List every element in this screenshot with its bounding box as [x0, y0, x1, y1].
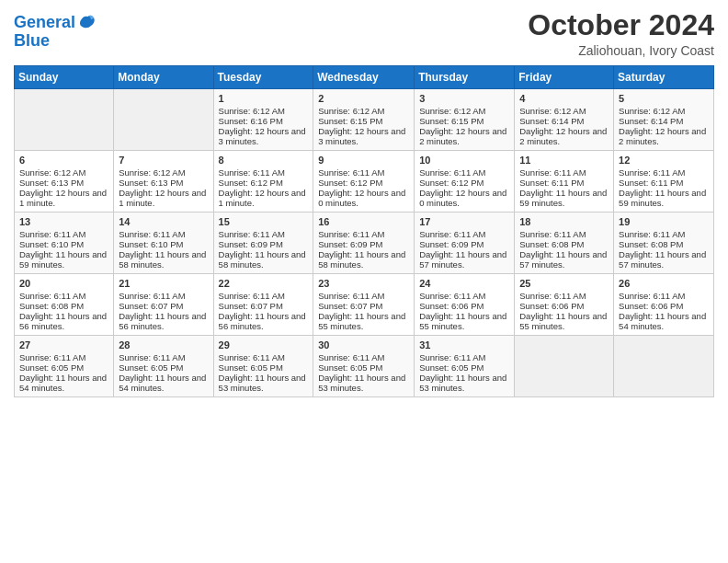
sunrise-text: Sunrise: 6:11 AM [219, 352, 309, 362]
sunset-text: Sunset: 6:07 PM [219, 301, 309, 311]
day-number: 3 [419, 93, 509, 104]
calendar-cell: 29Sunrise: 6:11 AMSunset: 6:05 PMDayligh… [213, 336, 313, 397]
daylight-text: Daylight: 11 hours and 58 minutes. [119, 249, 208, 270]
col-header-monday: Monday [114, 66, 213, 89]
day-number: 9 [318, 155, 409, 166]
day-number: 31 [419, 339, 509, 350]
daylight-text: Daylight: 12 hours and 3 minutes. [219, 126, 309, 146]
day-number: 23 [318, 278, 409, 289]
day-number: 12 [619, 155, 709, 166]
daylight-text: Daylight: 12 hours and 0 minutes. [419, 188, 509, 208]
sunset-text: Sunset: 6:09 PM [219, 239, 309, 249]
sunset-text: Sunset: 6:05 PM [119, 362, 208, 373]
page-header: General Blue October 2024 Zaliohouan, Iv… [14, 9, 714, 58]
sunrise-text: Sunrise: 6:11 AM [519, 229, 609, 239]
day-number: 25 [519, 278, 609, 289]
header-row: SundayMondayTuesdayWednesdayThursdayFrid… [15, 66, 714, 89]
day-number: 28 [119, 339, 208, 350]
daylight-text: Daylight: 12 hours and 2 minutes. [519, 126, 609, 146]
day-number: 18 [519, 216, 609, 227]
sunrise-text: Sunrise: 6:11 AM [119, 352, 208, 362]
sunset-text: Sunset: 6:15 PM [318, 116, 409, 126]
sunrise-text: Sunrise: 6:11 AM [219, 291, 309, 301]
daylight-text: Daylight: 11 hours and 56 minutes. [219, 311, 309, 331]
daylight-text: Daylight: 11 hours and 54 minutes. [19, 373, 108, 393]
calendar-cell: 30Sunrise: 6:11 AMSunset: 6:05 PMDayligh… [313, 336, 415, 397]
calendar-cell: 20Sunrise: 6:11 AMSunset: 6:08 PMDayligh… [15, 274, 114, 336]
day-number: 24 [419, 278, 509, 289]
daylight-text: Daylight: 11 hours and 53 minutes. [419, 373, 509, 393]
daylight-text: Daylight: 12 hours and 3 minutes. [318, 126, 409, 146]
sunset-text: Sunset: 6:06 PM [619, 301, 709, 311]
sunrise-text: Sunrise: 6:11 AM [519, 291, 609, 301]
sunset-text: Sunset: 6:06 PM [519, 301, 609, 311]
sunrise-text: Sunrise: 6:11 AM [19, 352, 108, 362]
week-row-5: 27Sunrise: 6:11 AMSunset: 6:05 PMDayligh… [15, 336, 714, 397]
calendar-table: SundayMondayTuesdayWednesdayThursdayFrid… [14, 65, 714, 397]
day-number: 22 [219, 278, 309, 289]
day-number: 29 [219, 339, 309, 350]
sunrise-text: Sunrise: 6:11 AM [318, 229, 409, 239]
sunset-text: Sunset: 6:05 PM [419, 362, 509, 373]
sunrise-text: Sunrise: 6:12 AM [519, 106, 609, 116]
col-header-sunday: Sunday [15, 66, 114, 89]
sunrise-text: Sunrise: 6:11 AM [419, 167, 509, 178]
sunset-text: Sunset: 6:08 PM [519, 239, 609, 249]
daylight-text: Daylight: 11 hours and 53 minutes. [318, 373, 409, 393]
day-number: 16 [318, 216, 409, 227]
sunrise-text: Sunrise: 6:12 AM [318, 106, 409, 116]
calendar-cell: 27Sunrise: 6:11 AMSunset: 6:05 PMDayligh… [15, 336, 114, 397]
daylight-text: Daylight: 12 hours and 1 minute. [19, 188, 108, 208]
sunset-text: Sunset: 6:05 PM [19, 362, 108, 373]
calendar-cell: 1Sunrise: 6:12 AMSunset: 6:16 PMDaylight… [213, 89, 313, 151]
calendar-cell: 14Sunrise: 6:11 AMSunset: 6:10 PMDayligh… [114, 213, 213, 274]
day-number: 20 [19, 278, 108, 289]
daylight-text: Daylight: 11 hours and 55 minutes. [519, 311, 609, 331]
sunset-text: Sunset: 6:12 PM [219, 178, 309, 188]
day-number: 11 [519, 155, 609, 166]
calendar-cell: 24Sunrise: 6:11 AMSunset: 6:06 PMDayligh… [415, 274, 515, 336]
calendar-cell: 2Sunrise: 6:12 AMSunset: 6:15 PMDaylight… [313, 89, 415, 151]
sunset-text: Sunset: 6:10 PM [119, 239, 208, 249]
daylight-text: Daylight: 11 hours and 56 minutes. [19, 311, 108, 331]
daylight-text: Daylight: 11 hours and 54 minutes. [619, 311, 709, 331]
calendar-cell: 9Sunrise: 6:11 AMSunset: 6:12 PMDaylight… [313, 151, 415, 213]
calendar-cell: 8Sunrise: 6:11 AMSunset: 6:12 PMDaylight… [213, 151, 313, 213]
daylight-text: Daylight: 12 hours and 1 minute. [219, 188, 309, 208]
daylight-text: Daylight: 11 hours and 59 minutes. [519, 188, 609, 208]
daylight-text: Daylight: 11 hours and 55 minutes. [419, 311, 509, 331]
calendar-cell: 23Sunrise: 6:11 AMSunset: 6:07 PMDayligh… [313, 274, 415, 336]
sunrise-text: Sunrise: 6:11 AM [419, 291, 509, 301]
day-number: 26 [619, 278, 709, 289]
daylight-text: Daylight: 12 hours and 0 minutes. [318, 188, 409, 208]
col-header-tuesday: Tuesday [213, 66, 313, 89]
sunset-text: Sunset: 6:08 PM [19, 301, 108, 311]
sunset-text: Sunset: 6:05 PM [219, 362, 309, 373]
sunrise-text: Sunrise: 6:11 AM [119, 291, 208, 301]
sunrise-text: Sunrise: 6:11 AM [219, 167, 309, 178]
week-row-1: 1Sunrise: 6:12 AMSunset: 6:16 PMDaylight… [15, 89, 714, 151]
sunrise-text: Sunrise: 6:11 AM [519, 167, 609, 178]
day-number: 2 [318, 93, 409, 104]
day-number: 4 [519, 93, 609, 104]
sunset-text: Sunset: 6:07 PM [318, 301, 409, 311]
sunrise-text: Sunrise: 6:11 AM [119, 229, 208, 239]
daylight-text: Daylight: 11 hours and 59 minutes. [619, 188, 709, 208]
col-header-friday: Friday [515, 66, 614, 89]
sunset-text: Sunset: 6:13 PM [119, 178, 208, 188]
calendar-cell: 16Sunrise: 6:11 AMSunset: 6:09 PMDayligh… [313, 213, 415, 274]
page: General Blue October 2024 Zaliohouan, Iv… [0, 0, 728, 563]
daylight-text: Daylight: 11 hours and 55 minutes. [318, 311, 409, 331]
sunrise-text: Sunrise: 6:11 AM [318, 167, 409, 178]
sunrise-text: Sunrise: 6:12 AM [19, 167, 108, 178]
calendar-cell: 25Sunrise: 6:11 AMSunset: 6:06 PMDayligh… [515, 274, 614, 336]
calendar-cell: 10Sunrise: 6:11 AMSunset: 6:12 PMDayligh… [415, 151, 515, 213]
calendar-cell: 4Sunrise: 6:12 AMSunset: 6:14 PMDaylight… [515, 89, 614, 151]
calendar-cell [114, 89, 213, 151]
sunset-text: Sunset: 6:14 PM [519, 116, 609, 126]
logo-icon [77, 12, 96, 30]
daylight-text: Daylight: 11 hours and 56 minutes. [119, 311, 208, 331]
week-row-3: 13Sunrise: 6:11 AMSunset: 6:10 PMDayligh… [15, 213, 714, 274]
daylight-text: Daylight: 11 hours and 57 minutes. [519, 249, 609, 270]
day-number: 8 [219, 155, 309, 166]
